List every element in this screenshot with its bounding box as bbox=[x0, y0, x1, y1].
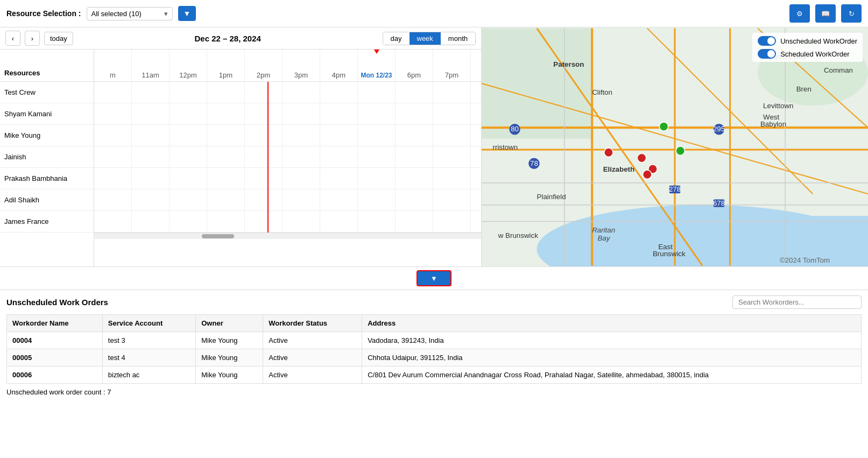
week-view-button[interactable]: week bbox=[410, 32, 441, 45]
scheduled-workorder-toggle[interactable] bbox=[758, 49, 776, 59]
collapse-button[interactable]: ▼ bbox=[417, 270, 451, 286]
calendar-map-row: ‹ › today Dec 22 – 28, 2024 day week mon… bbox=[0, 27, 868, 267]
cell-address: Chhota Udaipur, 391125, India bbox=[362, 349, 862, 367]
time-cell bbox=[320, 103, 358, 124]
time-col-6pm: 6pm bbox=[396, 50, 433, 81]
resource-row: Shyam Kamani bbox=[0, 103, 94, 125]
resource-row: James France bbox=[0, 211, 94, 232]
time-cell bbox=[132, 82, 170, 103]
time-cell bbox=[396, 168, 433, 189]
collapse-btn-row: ▼ bbox=[0, 267, 868, 290]
filter-button[interactable]: ▼ bbox=[178, 6, 196, 21]
work-orders-table: Workorder Name Service Account Owner Wor… bbox=[6, 314, 862, 384]
prev-button[interactable]: ‹ bbox=[5, 31, 20, 46]
svg-text:Comman: Comman bbox=[824, 66, 853, 74]
time-grid: m 11am 12pm 1pm 2pm 3pm 4pm Mon 12/23 6p… bbox=[94, 50, 481, 266]
today-button[interactable]: today bbox=[44, 32, 73, 45]
time-cell bbox=[207, 189, 245, 210]
time-cell bbox=[245, 168, 283, 189]
left-arrow-icon: ‹ bbox=[12, 34, 14, 43]
settings-button[interactable]: ⚙ bbox=[789, 4, 810, 23]
time-cell bbox=[94, 211, 132, 232]
scroll-thumb[interactable] bbox=[202, 234, 234, 238]
time-cell bbox=[245, 211, 283, 232]
time-cell bbox=[358, 189, 396, 210]
cell-service-account: test 4 bbox=[102, 349, 195, 367]
time-cell bbox=[358, 103, 396, 124]
time-cell bbox=[245, 103, 283, 124]
top-toolbar: Resource Selection : All selected (10) ▾… bbox=[0, 0, 868, 27]
time-data-row bbox=[94, 146, 481, 168]
time-col-8pm: 8pm bbox=[471, 50, 481, 81]
cell-owner: Mike Young bbox=[196, 349, 263, 367]
time-data-row bbox=[94, 125, 481, 146]
svg-point-49 bbox=[659, 122, 668, 131]
resource-row: Jainish bbox=[0, 146, 94, 168]
time-cell bbox=[94, 146, 132, 167]
cell-address: C/801 Dev Aurum Commercial Anandnagar Cr… bbox=[362, 367, 862, 384]
resource-row: Test Crew bbox=[0, 82, 94, 103]
time-cell bbox=[283, 168, 320, 189]
current-time-triangle bbox=[374, 50, 379, 54]
svg-text:Paterson: Paterson bbox=[553, 60, 584, 68]
search-input[interactable] bbox=[732, 295, 862, 309]
cell-service-account: test 3 bbox=[102, 332, 195, 349]
time-cell bbox=[471, 82, 481, 103]
time-cell bbox=[471, 146, 481, 167]
svg-text:78: 78 bbox=[530, 159, 538, 167]
time-cell bbox=[94, 189, 132, 210]
col-header-owner: Owner bbox=[196, 315, 263, 332]
time-cell bbox=[320, 146, 358, 167]
time-header: m 11am 12pm 1pm 2pm 3pm 4pm Mon 12/23 6p… bbox=[94, 50, 481, 82]
resource-row: Mike Young bbox=[0, 125, 94, 146]
book-button[interactable]: 📖 bbox=[815, 4, 836, 23]
next-button[interactable]: › bbox=[25, 31, 40, 46]
time-cell bbox=[132, 168, 170, 189]
time-cell bbox=[94, 125, 132, 146]
time-data-row bbox=[94, 82, 481, 103]
map-toggles: Unscheduled WorkOrder Scheduled WorkOrde… bbox=[752, 33, 863, 62]
table-row: 00005 test 4 Mike Young Active Chhota Ud… bbox=[7, 349, 862, 367]
resource-select[interactable]: All selected (10) ▾ bbox=[87, 7, 173, 20]
unscheduled-section: Unscheduled Work Orders Workorder Name S… bbox=[0, 290, 868, 406]
unscheduled-workorder-toggle[interactable] bbox=[758, 36, 776, 46]
horizontal-scrollbar[interactable] bbox=[94, 232, 481, 239]
svg-text:Levittown: Levittown bbox=[763, 102, 793, 110]
svg-point-48 bbox=[643, 170, 652, 179]
time-cell bbox=[170, 146, 207, 167]
time-cell bbox=[471, 189, 481, 210]
current-time-line bbox=[267, 82, 269, 232]
col-header-address: Address bbox=[362, 315, 862, 332]
time-col-2pm: 2pm bbox=[245, 50, 283, 81]
map-section: Paterson Clifton rristown Elizabeth Plai… bbox=[482, 27, 868, 266]
date-range: Dec 22 – 28, 2024 bbox=[77, 34, 378, 43]
resources-header: Resources bbox=[0, 50, 94, 82]
time-cell bbox=[170, 211, 207, 232]
table-row: 00006 biztech ac Mike Young Active C/801… bbox=[7, 367, 862, 384]
day-view-button[interactable]: day bbox=[383, 32, 410, 45]
svg-text:80: 80 bbox=[511, 125, 519, 133]
time-cell bbox=[245, 125, 283, 146]
chevron-down-icon: ▾ bbox=[164, 10, 168, 18]
time-cell bbox=[358, 82, 396, 103]
time-cell bbox=[358, 211, 396, 232]
svg-text:©2024 TomTom: ©2024 TomTom bbox=[780, 256, 830, 264]
time-cell bbox=[433, 125, 471, 146]
svg-text:Bay: Bay bbox=[597, 234, 610, 242]
time-cell bbox=[94, 82, 132, 103]
cell-address: Vadodara, 391243, India bbox=[362, 332, 862, 349]
time-cell bbox=[433, 146, 471, 167]
time-cell bbox=[170, 103, 207, 124]
gear-icon: ⚙ bbox=[796, 10, 803, 18]
footer-count: Unscheduled work order count : 7 bbox=[6, 384, 862, 400]
month-view-button[interactable]: month bbox=[441, 32, 475, 45]
time-cell bbox=[245, 189, 283, 210]
svg-text:Babylon: Babylon bbox=[760, 120, 786, 128]
time-cell bbox=[396, 211, 433, 232]
time-cell bbox=[283, 146, 320, 167]
resource-row: Adil Shaikh bbox=[0, 189, 94, 211]
chevron-down-icon: ▼ bbox=[431, 274, 437, 283]
time-cell bbox=[283, 125, 320, 146]
refresh-button[interactable]: ↻ bbox=[841, 4, 862, 23]
time-cell bbox=[283, 103, 320, 124]
